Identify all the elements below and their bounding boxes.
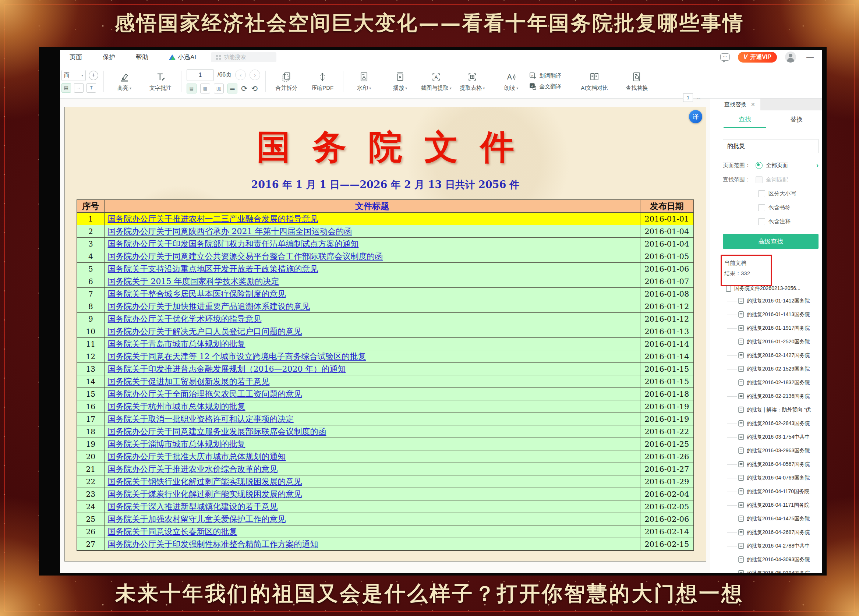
- document-link[interactable]: 国务院关于同意在天津等 12 个城市设立跨境电子商务综合试验区的批复: [108, 352, 366, 361]
- open-vip-button[interactable]: V 开通VIP: [738, 52, 777, 62]
- results-tree-root[interactable]: 国务院文件20260213-2056...: [719, 283, 822, 294]
- include-bookmarks-checkbox[interactable]: [758, 204, 765, 211]
- menu-ai-assistant[interactable]: 小迅AI: [169, 53, 196, 61]
- text-annotation-button[interactable]: 文字批注: [145, 71, 176, 92]
- collapse-chevron-icon[interactable]: ︿: [696, 95, 701, 101]
- book-view-icon[interactable]: ▯▯: [214, 84, 224, 94]
- single-page-view-icon[interactable]: ▤: [187, 84, 197, 94]
- document-link[interactable]: 国务院办公厅关于同意建立服务业发展部际联席会议制度的函: [108, 427, 326, 436]
- search-result-item[interactable]: 的批复2016-01-1412国务院: [719, 294, 822, 308]
- play-button[interactable]: 播放▾: [384, 71, 415, 92]
- document-link[interactable]: 国务院办公厅关于加快推进重要产品追溯体系建设的意见: [108, 302, 310, 311]
- all-pages-radio[interactable]: [756, 162, 762, 169]
- page-number-input[interactable]: 1: [187, 69, 214, 81]
- document-link[interactable]: 国务院关于促进加工贸易创新发展的若干意见: [108, 377, 270, 386]
- two-page-view-icon[interactable]: ▥: [200, 84, 210, 94]
- search-result-item[interactable]: 的批复2016-01-2520国务院: [719, 335, 822, 348]
- document-link[interactable]: 国务院关于支持沿边重点地区开发开放若干政策措施的意见: [108, 264, 319, 273]
- document-link[interactable]: 国务院办公厅关于印发强制性标准整合精简工作方案的通知: [108, 540, 319, 549]
- search-result-item[interactable]: 的批复2016-04-0769国务院: [719, 471, 822, 485]
- full-text-translate-button[interactable]: A 全文翻译: [529, 83, 570, 90]
- menu-help[interactable]: 帮助: [136, 53, 148, 61]
- document-link[interactable]: 国务院办公厅关于印发国务院部门权力和责任清单编制试点方案的通知: [108, 239, 359, 248]
- search-result-item[interactable]: 的批复2016-04-2687国务院: [719, 526, 822, 539]
- current-page-badge[interactable]: 1: [683, 94, 693, 102]
- close-icon[interactable]: ✕: [751, 101, 755, 108]
- document-link[interactable]: 国务院关于印发推进普惠金融发展规划（2016—2020 年）的通知: [108, 364, 346, 374]
- document-link[interactable]: 国务院关于深入推进新型城镇化建设的若干意见: [108, 502, 278, 511]
- document-link[interactable]: 国务院办公厅关于推进农村一二三产业融合发展的指导意见: [108, 214, 319, 223]
- find-replace-button[interactable]: 查找替换: [619, 71, 654, 92]
- screenshot-extract-button[interactable]: A 截图与提取▾: [421, 71, 451, 92]
- advanced-find-button[interactable]: 高级查找: [723, 234, 818, 249]
- include-comments-checkbox[interactable]: [758, 218, 765, 225]
- hand-tool-icon[interactable]: ··: [74, 83, 84, 93]
- search-result-item[interactable]: 的批复2016-03-2963国务院: [719, 444, 822, 457]
- search-result-item[interactable]: 的批复2016-02-2136国务院: [719, 389, 822, 403]
- document-link[interactable]: 国务院办公厅关于推进农业水价综合改革的意见: [108, 465, 278, 474]
- search-result-item[interactable]: 的批复2016-04-0567国务院: [719, 457, 822, 471]
- find-input[interactable]: 的批复: [723, 139, 818, 153]
- search-result-item[interactable]: 的批复2016-04-2788中共中: [719, 539, 822, 553]
- ai-doc-compare-button[interactable]: AI文档对比: [575, 71, 614, 92]
- document-link[interactable]: 国务院关于 2015 年度国家科学技术奖励的决定: [108, 277, 280, 286]
- word-translate-button[interactable]: A 划词翻译: [529, 72, 570, 80]
- rotate-counterclockwise-icon[interactable]: ⟲: [251, 84, 258, 93]
- search-result-item[interactable]: 的批复2016-05-0394国务院: [719, 566, 822, 573]
- search-result-item[interactable]: 的批复2016-02-2843国务院: [719, 416, 822, 430]
- user-avatar[interactable]: [785, 51, 796, 62]
- document-link[interactable]: 国务院关于淄博市城市总体规划的批复: [108, 439, 245, 449]
- document-link[interactable]: 国务院关于取消一批职业资格许可和认定事项的决定: [108, 414, 294, 424]
- previous-page-button[interactable]: ‹: [235, 70, 246, 80]
- document-link[interactable]: 国务院关于加强农村留守儿童关爱保护工作的意见: [108, 515, 286, 524]
- minimize-button[interactable]: —: [804, 53, 816, 61]
- read-aloud-button[interactable]: A 朗读▾: [498, 71, 524, 92]
- merge-split-button[interactable]: 合并拆分: [271, 71, 302, 92]
- tab-find[interactable]: 查找: [719, 111, 771, 128]
- document-link[interactable]: 国务院办公厅关于优化学术环境的指导意见: [108, 314, 262, 323]
- search-result-item[interactable]: 的批复2016-01-1413国务院: [719, 308, 822, 321]
- search-result-item[interactable]: 的批复2016-03-1754中共中: [719, 430, 822, 444]
- page-mode-dropdown[interactable]: 面▾: [61, 70, 86, 81]
- feedback-chat-icon[interactable]: ⋯: [720, 53, 730, 61]
- chevron-right-icon[interactable]: ›: [816, 161, 818, 169]
- text-select-tool-icon[interactable]: T: [86, 83, 96, 93]
- highlight-button[interactable]: 高亮▾: [109, 71, 140, 92]
- document-link[interactable]: 国务院办公厅关于解决无户口人员登记户口问题的意见: [108, 327, 302, 336]
- compress-pdf-button[interactable]: 压缩PDF: [307, 71, 338, 92]
- find-replace-panel-tab[interactable]: 查找替换 ✕: [719, 98, 761, 111]
- document-link[interactable]: 国务院办公厅关于批准大庆市城市总体规划的通知: [108, 452, 286, 461]
- document-link[interactable]: 国务院关于煤炭行业化解过剩产能实现脱困发展的意见: [108, 490, 302, 499]
- search-result-item[interactable]: 的批复2016-02-1529国务院: [719, 362, 822, 376]
- document-link[interactable]: 国务院办公厅关于全面治理拖欠农民工工资问题的意见: [108, 389, 302, 399]
- document-link[interactable]: 国务院关于钢铁行业化解过剩产能实现脱困发展的意见: [108, 477, 302, 486]
- rotate-clockwise-icon[interactable]: ⟳: [241, 84, 248, 93]
- menu-protect[interactable]: 保护: [103, 53, 115, 61]
- document-link[interactable]: 国务院关于杭州市城市总体规划的批复: [108, 402, 245, 411]
- add-button[interactable]: +: [89, 71, 98, 80]
- document-link[interactable]: 国务院关于整合城乡居民基本医疗保险制度的意见: [108, 289, 286, 298]
- extract-table-button[interactable]: 提取表格▾: [457, 71, 488, 92]
- search-result-item[interactable]: 的批复2016-04-1475国务院: [719, 512, 822, 526]
- case-sensitive-checkbox[interactable]: [758, 190, 765, 197]
- translate-floating-button[interactable]: 译: [689, 110, 702, 123]
- watermark-button[interactable]: 水印▾: [348, 71, 380, 92]
- search-result-item[interactable]: 的批复 | 解读：助外贸向 “优: [719, 403, 822, 416]
- menu-page[interactable]: 页面: [70, 53, 82, 61]
- document-link[interactable]: 国务院关于同意设立长春新区的批复: [108, 527, 237, 536]
- search-result-item[interactable]: 的批复2016-02-1427国务院: [719, 348, 822, 362]
- select-tool-icon[interactable]: ▤: [61, 83, 71, 93]
- tab-replace[interactable]: 替换: [771, 111, 822, 128]
- document-link[interactable]: 国务院关于青岛市城市总体规划的批复: [108, 339, 245, 348]
- function-search-input[interactable]: 功能搜索: [211, 52, 276, 62]
- document-link[interactable]: 国务院办公厅关于同意陕西省承办 2021 年第十四届全国运动会的函: [108, 227, 352, 236]
- document-link[interactable]: 国务院办公厅关于同意建立公共资源交易平台整合工作部际联席会议制度的函: [108, 252, 383, 261]
- search-result-item[interactable]: 的批复2016-04-1170国务院: [719, 485, 822, 498]
- search-result-item[interactable]: 的批复2016-04-3093国务院: [719, 553, 822, 566]
- search-result-item[interactable]: 的批复2016-04-1171国务院: [719, 498, 822, 512]
- next-page-button[interactable]: ›: [250, 70, 260, 80]
- fit-width-view-icon[interactable]: ▬: [228, 84, 237, 94]
- search-result-item[interactable]: 的批复2016-02-1832国务院: [719, 376, 822, 389]
- whole-word-checkbox[interactable]: [756, 176, 762, 183]
- search-result-item[interactable]: 的批复2016-01-1917国务院: [719, 321, 822, 335]
